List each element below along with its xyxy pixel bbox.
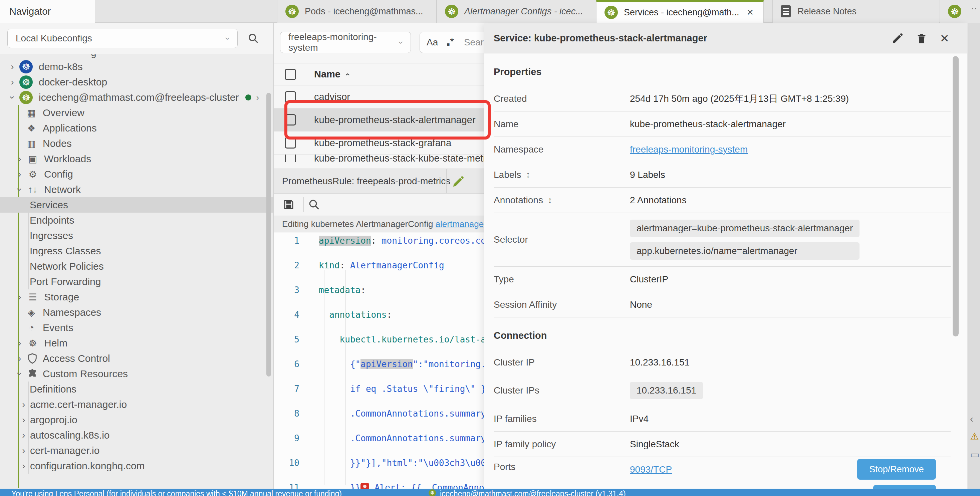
sidebar-item-services[interactable]: Services xyxy=(0,197,274,213)
chevron-right-icon[interactable]: › xyxy=(19,445,29,456)
alertmanager-config-link[interactable]: alertmanager xyxy=(436,219,487,229)
kubeconfig-select[interactable]: Local Kubeconfigs › xyxy=(7,29,238,48)
port-link[interactable]: 9093/TCP xyxy=(630,464,729,475)
chevron-right-icon[interactable]: › xyxy=(19,461,29,471)
sidebar-item-demo-k8s[interactable]: ›☸demo-k8s xyxy=(0,59,274,75)
tree-item-partial[interactable]: g xyxy=(91,54,97,59)
property-label: Labels↕ xyxy=(494,170,630,180)
tab-pods[interactable]: ☸Pods - icecheng@mathmas... xyxy=(277,0,437,23)
sidebar-item-configuration-konghq-com[interactable]: ›configuration.konghq.com xyxy=(0,458,274,474)
sidebar-item-applications[interactable]: ❖Applications xyxy=(0,121,274,136)
sidebar-item-cert-manager-io[interactable]: ›cert-manager.io xyxy=(0,443,274,458)
edit-icon[interactable] xyxy=(892,33,903,44)
value-chip: alertmanager=kube-prometheus-stack-alert… xyxy=(630,219,859,237)
pencil-icon[interactable] xyxy=(452,176,464,188)
sort-icon[interactable]: ↕ xyxy=(548,195,552,205)
forward-button[interactable]: Forward... xyxy=(873,485,936,489)
sidebar-item-workloads[interactable]: ›▣Workloads xyxy=(0,151,274,167)
row-checkbox[interactable] xyxy=(285,137,296,148)
sidebar-item-argoproj-io[interactable]: ›argoproj.io xyxy=(0,412,274,428)
stop-remove-button[interactable]: Stop/Remove xyxy=(857,459,936,480)
sort-icon[interactable]: ↕ xyxy=(526,170,530,180)
code-text: annotations: xyxy=(319,309,392,321)
sidebar-item-ingresses[interactable]: Ingresses xyxy=(0,228,274,243)
chevron-right-icon[interactable]: › xyxy=(15,154,25,164)
save-icon[interactable] xyxy=(283,199,295,211)
sidebar-item-acme-cert-manager-io[interactable]: ›acme.cert-manager.io xyxy=(0,397,274,412)
property-value: ClusterIP xyxy=(630,274,668,285)
sidebar-item-overview[interactable]: ▦Overview xyxy=(0,105,274,121)
chevron-down-icon[interactable]: › xyxy=(7,92,18,102)
table-row[interactable]: kube-prometheus-stack-grafana xyxy=(274,132,488,154)
property-label: Created xyxy=(494,94,630,104)
sidebar-item-namespaces[interactable]: ◈Namespaces xyxy=(0,305,274,320)
regex-toggle[interactable]: ▪* xyxy=(447,35,454,50)
sidebar-item-helm[interactable]: ›☸Helm xyxy=(0,335,274,351)
chevron-right-icon[interactable]: › xyxy=(15,338,25,348)
tab-services[interactable]: ☸Services - icecheng@math...✕ xyxy=(596,0,764,23)
table-row[interactable]: kube-prometheus-stack-alertmanager xyxy=(274,108,488,132)
delete-icon[interactable] xyxy=(916,33,927,44)
row-checkbox[interactable] xyxy=(285,91,296,102)
chevron-down-icon[interactable]: › xyxy=(14,184,25,195)
chevron-right-icon[interactable]: › xyxy=(15,292,25,302)
chevron-down-icon: › xyxy=(396,41,406,44)
table-row-partial[interactable]: kube-prometheus-stack-kube-state-metrics xyxy=(274,154,488,162)
close-icon[interactable]: ✕ xyxy=(940,33,950,44)
sidebar-item-label: Events xyxy=(43,322,73,334)
chevron-down-icon[interactable]: › xyxy=(14,369,25,379)
name-column-header[interactable]: Name xyxy=(314,69,340,80)
table-header-row[interactable]: Name › xyxy=(274,64,488,86)
search-icon[interactable] xyxy=(248,33,259,45)
sidebar-item-config[interactable]: ›⚙Config xyxy=(0,167,274,182)
tab-alertmanager[interactable]: ☸Alertmanager Configs - icec... xyxy=(437,0,596,23)
chevron-right-icon[interactable]: › xyxy=(19,399,29,410)
select-all-checkbox[interactable] xyxy=(285,69,296,80)
namespace-select[interactable]: freeleaps-monitoring-system › xyxy=(280,32,411,53)
sidebar-item-events[interactable]: ◔Events xyxy=(0,320,274,335)
chevron-right-icon[interactable]: › xyxy=(15,353,25,364)
sidebar-item-access-control[interactable]: ›Access Control xyxy=(0,351,274,366)
sidebar-item-autoscaling-k8s-io[interactable]: ›autoscaling.k8s.io xyxy=(0,428,274,443)
editor-search-icon[interactable] xyxy=(308,199,320,211)
chevron-right-icon[interactable]: › xyxy=(256,92,259,103)
sidebar-scrollbar[interactable] xyxy=(266,93,271,377)
detail-panel-body: PropertiesCreated254d 17h 50m ago (2025年… xyxy=(484,54,967,489)
chevron-right-icon[interactable]: › xyxy=(15,169,25,180)
sidebar-item-docker-desktop[interactable]: ›☸docker-desktop xyxy=(0,75,274,90)
editor-dock-tab[interactable]: PrometheusRule: freepeals-prod-metrics xyxy=(274,169,488,194)
row-checkbox[interactable] xyxy=(285,154,296,162)
namespace-link[interactable]: freeleaps-monitoring-system xyxy=(630,144,748,155)
sidebar-item-network-policies[interactable]: Network Policies xyxy=(0,259,274,274)
sidebar-item-icecheng-mathmast-com-freeleaps-cluster[interactable]: ›☸icecheng@mathmast.com@freeleaps-cluste… xyxy=(0,90,274,105)
sidebar-item-storage[interactable]: ›☰Storage xyxy=(0,289,274,305)
sidebar-item-label: Helm xyxy=(44,337,67,349)
sidebar-item-custom-resources[interactable]: ›Custom Resources xyxy=(0,366,274,382)
table-search[interactable]: Aa ▪* Search xyxy=(420,32,488,53)
sidebar-item-nodes[interactable]: ▥Nodes xyxy=(0,136,274,151)
sidebar-item-network[interactable]: ›↑↓Network xyxy=(0,182,274,197)
chevron-left-icon[interactable]: ‹ xyxy=(970,413,973,424)
storage-icon: ☰ xyxy=(26,292,40,303)
chevron-right-icon[interactable]: › xyxy=(7,61,18,72)
yaml-editor[interactable]: 1apiVersion: monitoring.coreos.com/v12ki… xyxy=(274,233,488,489)
tab-release[interactable]: Release Notes xyxy=(772,0,939,23)
table-row[interactable]: cadvisor xyxy=(274,86,488,108)
chevron-right-icon[interactable]: › xyxy=(7,77,18,87)
sidebar-toolbar: Local Kubeconfigs › xyxy=(0,23,274,54)
status-bar: You're using Lens Personal (for individu… xyxy=(0,489,980,496)
sidebar-item-port-forwarding[interactable]: Port Forwarding xyxy=(0,274,274,289)
row-checkbox[interactable] xyxy=(285,114,296,126)
sidebar-item-definitions[interactable]: Definitions xyxy=(0,382,274,397)
code-text: kubectl.kubernetes.io/last-appli xyxy=(319,334,488,346)
panel-scrollbar[interactable] xyxy=(953,56,959,337)
sidebar-item-label: Network Policies xyxy=(30,261,104,272)
match-case-toggle[interactable]: Aa xyxy=(426,37,438,48)
sidebar-item-endpoints[interactable]: Endpoints xyxy=(0,213,274,228)
sidebar-item-ingress-classes[interactable]: Ingress Classes xyxy=(0,243,274,259)
chevron-right-icon[interactable]: › xyxy=(19,415,29,425)
chevron-right-icon[interactable]: › xyxy=(19,430,29,440)
close-icon[interactable]: ✕ xyxy=(747,7,754,18)
tab-label: Alertmanager Configs - icec... xyxy=(464,6,583,17)
sort-asc-icon[interactable]: › xyxy=(342,73,352,76)
